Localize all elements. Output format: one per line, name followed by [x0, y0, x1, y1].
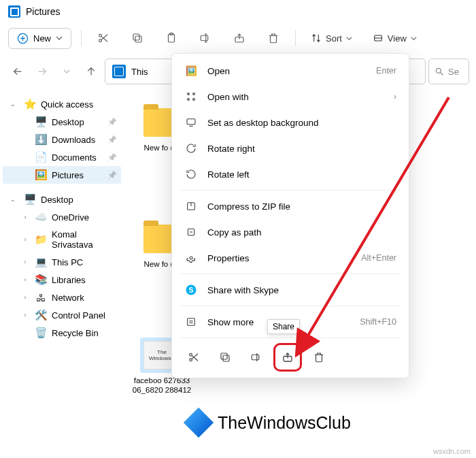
controlpanel-icon: 🛠️ [35, 310, 46, 321]
sidebar-item-downloads[interactable]: ⬇️Downloads [3, 131, 121, 148]
zip-icon [184, 199, 198, 213]
arrow-left-icon [12, 66, 23, 77]
svg-point-3 [99, 34, 102, 37]
sidebar-item-recyclebin[interactable]: 🗑️Recycle Bin [3, 324, 121, 342]
ctx-rename-button[interactable] [244, 345, 269, 370]
chevron-down-icon [346, 35, 352, 42]
sidebar-item-network[interactable]: ›🖧Network [3, 289, 121, 306]
rotate-right-icon [184, 142, 198, 155]
svg-text:S: S [188, 286, 193, 294]
context-menu: 🖼️OpenEnter Open with› Set as desktop ba… [171, 53, 409, 378]
ctx-label: Share with Skype [207, 285, 279, 295]
copy-button[interactable] [125, 26, 150, 50]
recyclebin-icon: 🗑️ [35, 327, 46, 338]
chevron-down-icon [411, 35, 417, 42]
svg-point-4 [99, 39, 102, 42]
recent-button[interactable] [56, 59, 78, 84]
svg-rect-39 [188, 318, 195, 326]
ctx-label: Set as desktop background [207, 118, 319, 128]
svg-point-43 [190, 359, 192, 361]
ctx-compress-zip[interactable]: Compress to ZIP file [172, 193, 409, 219]
watermark: wsxdn.com [433, 447, 471, 455]
up-button[interactable] [80, 59, 102, 84]
sidebar-label: Downloads [52, 135, 95, 145]
search-input[interactable]: Se [428, 59, 469, 84]
ctx-label: Rotate left [207, 169, 250, 180]
sort-label: Sort [326, 33, 342, 44]
search-placeholder: Se [448, 67, 459, 77]
sidebar-item-onedrive[interactable]: ›☁️OneDrive [3, 208, 121, 226]
forward-button[interactable] [31, 59, 53, 84]
svg-rect-48 [252, 355, 259, 360]
separator [180, 190, 401, 191]
paste-button[interactable] [159, 26, 184, 50]
sidebar-label: Documents [52, 152, 97, 163]
ctx-set-background[interactable]: Set as desktop background [172, 110, 409, 135]
ctx-copy-button[interactable] [213, 345, 237, 370]
folder-icon: 📁 [35, 234, 46, 245]
svg-point-29 [193, 99, 195, 101]
sidebar-item-libraries[interactable]: ›📚Libraries [3, 271, 121, 289]
new-button[interactable]: New [8, 28, 71, 49]
brand-logo-icon [184, 408, 214, 438]
shortcut: Enter [376, 66, 396, 76]
arrow-right-icon [37, 66, 48, 77]
sidebar-label: Pictures [52, 170, 84, 180]
chevron-right-icon: › [20, 236, 30, 243]
chevron-down-icon [56, 35, 63, 42]
share-icon [282, 351, 294, 363]
scissors-icon [97, 32, 109, 44]
svg-point-36 [190, 257, 192, 259]
layout-icon [373, 33, 384, 44]
ctx-cut-button[interactable] [182, 345, 206, 370]
rename-button[interactable] [193, 26, 218, 50]
more-icon [184, 315, 198, 329]
sidebar-item-user[interactable]: ›📁Komal Srivastava [3, 226, 121, 253]
picture-icon: 🖼️ [184, 64, 198, 78]
ctx-share-skype[interactable]: SShare with Skype [172, 277, 409, 303]
ctx-delete-button[interactable] [307, 345, 331, 370]
sidebar-label: Desktop [41, 195, 73, 205]
sidebar-item-controlpanel[interactable]: ›🛠️Control Panel [3, 306, 121, 324]
sidebar-item-desktop-root[interactable]: ⌄🖥️Desktop [3, 191, 121, 208]
document-icon: 📄 [35, 152, 46, 163]
apps-icon [184, 90, 198, 103]
copy-icon [219, 351, 231, 363]
new-label: New [33, 33, 51, 44]
ctx-label: Open with [207, 92, 249, 102]
ctx-share-button[interactable] [275, 345, 300, 370]
sidebar-item-quick-access[interactable]: ⌄⭐Quick access [3, 95, 121, 113]
sidebar-item-documents[interactable]: 📄Documents [3, 148, 121, 166]
brand-text: TheWindowsClub [218, 413, 351, 433]
ctx-open[interactable]: 🖼️OpenEnter [172, 58, 409, 84]
cut-button[interactable] [91, 26, 116, 50]
sidebar-item-desktop[interactable]: 🖥️Desktop [3, 113, 121, 131]
breadcrumb-text: This [131, 67, 148, 77]
view-button[interactable]: View [367, 29, 422, 48]
library-icon: 📚 [35, 274, 46, 285]
ctx-open-with[interactable]: Open with› [172, 84, 409, 110]
window-title: Pictures [26, 6, 61, 17]
chevron-right-icon: › [20, 312, 30, 318]
rotate-left-icon [184, 167, 198, 181]
chevron-right-icon: › [20, 214, 30, 220]
sidebar-item-thispc[interactable]: ›💻This PC [3, 253, 121, 271]
sidebar-item-pictures[interactable]: 🖼️Pictures [3, 166, 121, 184]
ctx-copy-path[interactable]: Copy as path [172, 219, 409, 245]
chevron-right-icon: › [20, 259, 30, 265]
ctx-rotate-right[interactable]: Rotate right [172, 135, 409, 161]
separator [295, 30, 296, 46]
svg-point-27 [193, 93, 195, 95]
delete-button[interactable] [261, 26, 286, 50]
ctx-properties[interactable]: PropertiesAlt+Enter [172, 245, 409, 271]
sort-button[interactable]: Sort [305, 29, 358, 48]
sidebar-label: Desktop [52, 117, 84, 127]
svg-rect-30 [187, 119, 195, 125]
back-button[interactable] [7, 59, 29, 84]
ctx-rotate-left[interactable]: Rotate left [172, 161, 409, 187]
brand: TheWindowsClub [184, 408, 351, 438]
cloud-icon: ☁️ [35, 212, 46, 223]
share-button[interactable] [227, 26, 252, 50]
sidebar: ⌄⭐Quick access 🖥️Desktop ⬇️Downloads 📄Do… [0, 91, 124, 440]
ctx-label: Open [207, 66, 230, 76]
